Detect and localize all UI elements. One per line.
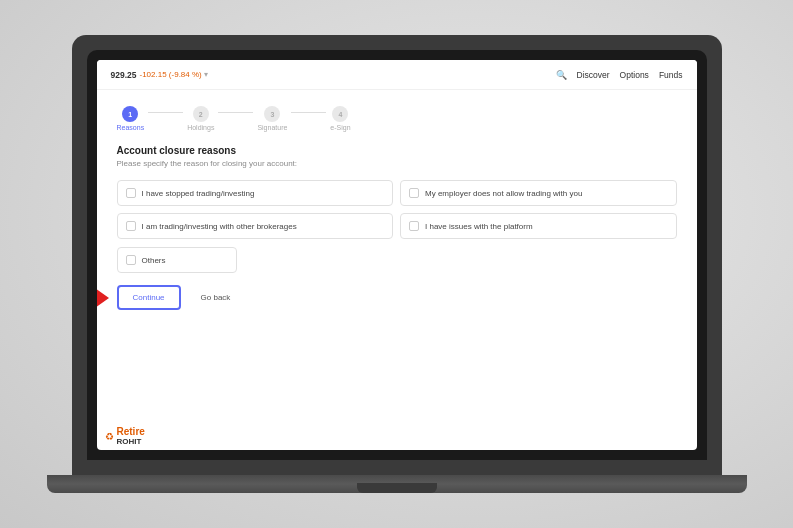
checkbox-label-4: I have issues with the platform [425,222,533,231]
step-connector-3 [291,112,326,113]
checkbox-box-3[interactable] [126,221,136,231]
watermark-rohit: ROHIT [117,437,145,446]
step-esign: 4 e-Sign [330,106,350,131]
steps-container: 1 Reasons 2 Holdings 3 Signature [117,106,677,131]
checkbox-employer[interactable]: My employer does not allow trading with … [400,180,677,206]
watermark-icon: ♻ [105,431,114,442]
watermark: ♻ Retire ROHIT [105,426,145,446]
stock-price: 929.25 [111,70,137,80]
step-holdings: 2 Holdings [187,106,214,131]
step-label-holdings: Holdings [187,124,214,131]
nav-options[interactable]: Options [620,70,649,80]
step-label-signature: Signature [257,124,287,131]
nav-right: 🔍 Discover Options Funds [556,70,683,80]
continue-button[interactable]: Continue [117,285,181,310]
step-signature: 3 Signature [257,106,287,131]
checkbox-label-3: I am trading/investing with other broker… [142,222,297,231]
checkbox-label-1: I have stopped trading/investing [142,189,255,198]
dropdown-icon[interactable]: ▾ [204,70,208,79]
watermark-retire: Retire [117,426,145,437]
checkbox-box-1[interactable] [126,188,136,198]
checkbox-label-others: Others [142,256,166,265]
step-reasons: 1 Reasons [117,106,145,131]
step-circle-holdings: 2 [193,106,209,122]
checkbox-platform-issues[interactable]: I have issues with the platform [400,213,677,239]
stock-change: -102.15 (-9.84 %) [140,70,202,79]
checkbox-stopped-trading[interactable]: I have stopped trading/investing [117,180,394,206]
checkbox-box-others[interactable] [126,255,136,265]
section-title: Account closure reasons [117,145,677,156]
nav-funds[interactable]: Funds [659,70,683,80]
main-content: 1 Reasons 2 Holdings 3 Signature [97,90,697,326]
step-label-reasons: Reasons [117,124,145,131]
checkbox-label-2: My employer does not allow trading with … [425,189,582,198]
section-subtitle: Please specify the reason for closing yo… [117,159,677,168]
step-connector-1 [148,112,183,113]
buttons-row: Continue Go back [117,285,677,310]
step-connector-2 [218,112,253,113]
checkbox-box-4[interactable] [409,221,419,231]
others-row: Others [117,247,677,273]
nav-discover[interactable]: Discover [577,70,610,80]
checkbox-other-brokerages[interactable]: I am trading/investing with other broker… [117,213,394,239]
laptop-base [47,475,747,493]
checkbox-grid: I have stopped trading/investing My empl… [117,180,677,239]
step-circle-signature: 3 [264,106,280,122]
step-circle-esign: 4 [332,106,348,122]
step-circle-reasons: 1 [122,106,138,122]
laptop-notch [357,483,437,493]
top-bar: 929.25 -102.15 (-9.84 %) ▾ 🔍 Discover Op… [97,60,697,90]
step-label-esign: e-Sign [330,124,350,131]
checkbox-others[interactable]: Others [117,247,237,273]
goback-button[interactable]: Go back [189,287,243,308]
search-icon[interactable]: 🔍 [556,70,567,80]
checkbox-box-2[interactable] [409,188,419,198]
